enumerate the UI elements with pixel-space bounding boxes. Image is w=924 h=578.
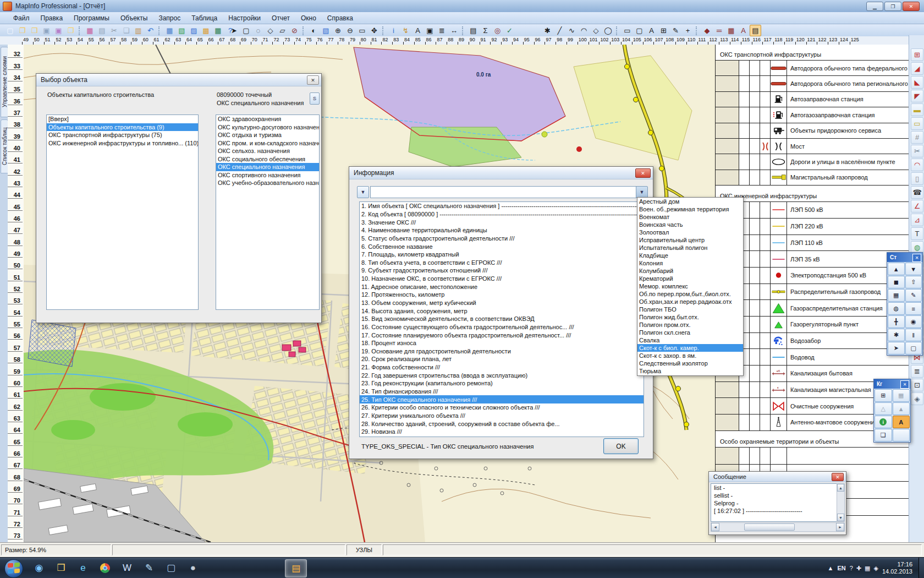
boundary-select-icon[interactable]: ▱	[277, 25, 288, 36]
menu-item[interactable]: Файл	[8, 13, 35, 23]
list-item[interactable]: 28. Количество зданий, строений, сооруже…	[360, 419, 644, 428]
st-palette-icon[interactable]: ✱	[888, 329, 905, 341]
tray-help-icon[interactable]: ?	[850, 565, 853, 572]
marquee-select-icon[interactable]: ▢	[240, 25, 252, 36]
ruler-tool-icon[interactable]: ↔	[448, 25, 460, 36]
list-item[interactable]: Мемор. комплекс	[637, 282, 743, 290]
ok-button[interactable]: OK	[603, 438, 639, 454]
kr-palette-titlebar[interactable]: Кг ✕	[874, 379, 910, 389]
list-item[interactable]: 2. Код объекта [ 08090000 ] ------------…	[360, 210, 644, 219]
start-button[interactable]	[4, 559, 23, 578]
taskbar-app-misc[interactable]: ●	[183, 559, 204, 576]
reshape-icon[interactable]: ✎	[670, 25, 681, 36]
layer-control-icon[interactable]: ≣	[436, 25, 448, 36]
list-item[interactable]: Полигон ТБО	[637, 306, 743, 313]
phone-tool-icon[interactable]: ☎	[911, 186, 923, 199]
list-item[interactable]: 21. Форма собственности ///	[360, 363, 644, 372]
diamond-tool-icon[interactable]: ◈	[911, 392, 923, 405]
menu-item[interactable]: Отчет	[266, 13, 295, 23]
list-item[interactable]: 5. Статус объекта градостроительной деят…	[360, 235, 644, 243]
minimize-button[interactable]: ▁	[866, 2, 883, 11]
select-dialog-close-icon[interactable]: ✕	[307, 75, 319, 85]
side-s-button[interactable]: S	[310, 92, 320, 105]
menu-item[interactable]: Программы	[68, 13, 115, 23]
list-item[interactable]: 26. Критерии особо опасного и технически…	[360, 403, 644, 412]
unselect-all-icon[interactable]: ⊘	[289, 25, 300, 36]
close-button[interactable]: ✕	[903, 2, 920, 11]
info-dialog-close-icon[interactable]: ✕	[635, 168, 651, 178]
st-palette-icon[interactable]: ➤	[888, 342, 905, 355]
region-style-icon[interactable]: ▦	[725, 25, 737, 36]
add-node-icon[interactable]: +	[682, 25, 694, 36]
list-item[interactable]: Следственный изолятор	[637, 359, 743, 367]
grid-tool-icon[interactable]: #	[911, 131, 923, 144]
list-item[interactable]: ОКС социального обеспечения	[216, 155, 319, 163]
st-palette-icon[interactable]: ‖	[905, 329, 922, 341]
message-hscrollbar[interactable]: ◄ ►	[711, 522, 845, 532]
menu-item[interactable]: Окно	[295, 13, 322, 23]
field-combo-text[interactable]	[370, 186, 636, 198]
rect-tool-icon[interactable]: ▭	[911, 117, 923, 130]
list-item[interactable]: 17. Состояние планируемого объекта градо…	[360, 331, 644, 339]
field-value-dropdown[interactable]: Арестный домВоен. об.,режимная территори…	[637, 197, 744, 376]
set-target-icon[interactable]: ◎	[492, 25, 503, 36]
list-item[interactable]: Колумбарий	[637, 267, 743, 275]
message-vscrollbar[interactable]: ▲ ▼	[837, 483, 845, 522]
taskbar-app-mapinfo[interactable]: ▤	[285, 559, 307, 577]
list-item[interactable]: Золоотвал	[637, 228, 743, 236]
frame-tool-icon[interactable]: ⊞	[911, 48, 923, 61]
kr-palette-icon[interactable]: i	[875, 416, 892, 428]
list-item[interactable]: 6. Собственное название	[360, 242, 644, 250]
print-icon[interactable]: ▤	[96, 25, 108, 36]
attributes-listbox[interactable]: 1. Имя объекта [ ОКС специального назнач…	[359, 201, 644, 437]
language-indicator[interactable]: EN	[837, 565, 845, 571]
field-combo-left-icon[interactable]: ▼	[357, 186, 369, 198]
st-palette-icon[interactable]: ≡	[905, 302, 922, 315]
kr-palette-icon[interactable]: ⊞	[875, 389, 892, 402]
types-listbox[interactable]: ОКС здравоохраненияОКС культурно-досугов…	[216, 114, 320, 310]
text-style-icon[interactable]: A	[738, 25, 749, 36]
list-item[interactable]: ОКС транспортной инфраструктуры (75)	[47, 131, 198, 139]
field-combo-dropdown-icon[interactable]: ▼	[636, 186, 648, 198]
rectangle-tool-icon[interactable]: ▭	[622, 25, 633, 36]
list-item[interactable]: Арестный дом	[637, 198, 743, 205]
text-tool-icon[interactable]: A	[646, 25, 657, 36]
list-item[interactable]: Воен. об.,режимная территория	[637, 205, 743, 213]
list-item[interactable]: Об.по перер.пром,быт.,биол.отх.	[637, 290, 743, 298]
list-item[interactable]: Исправительный центр	[637, 236, 743, 244]
legend-tool-icon[interactable]: ▤	[468, 25, 479, 36]
list-item[interactable]: 18. Процент износа	[360, 339, 644, 347]
tray-network-icon[interactable]: ▦	[865, 565, 870, 572]
list-item[interactable]: 8. Тип объекта учета, в соответствии с Е…	[360, 258, 644, 266]
list-item[interactable]: 15. Вид экономической деятельности, в со…	[360, 315, 644, 323]
menu-item[interactable]: Запрос	[153, 13, 186, 23]
list-item[interactable]: ОКС культурно-досугового назначения	[216, 123, 319, 132]
list-item[interactable]: Полигон жид.быт.отх.	[637, 313, 743, 321]
st-palette-icon[interactable]: ▼	[905, 263, 922, 275]
list-item[interactable]: 20. Срок реализации плана, лет	[360, 355, 644, 363]
new-redistricter-icon[interactable]: ▦	[212, 25, 224, 36]
assign-data-icon[interactable]: ✓	[504, 25, 515, 36]
list-item[interactable]: ОКС специального назначения	[216, 163, 319, 171]
list-item[interactable]: Объекты капитального строительства (9)	[47, 123, 198, 132]
change-view-icon[interactable]: ▭	[356, 25, 368, 36]
triangle-tool-icon[interactable]: ⊿	[911, 214, 923, 226]
cut-icon[interactable]: ✂	[108, 25, 120, 36]
taskbar-app-media[interactable]: ◉	[29, 559, 50, 576]
list-item[interactable]: 22. Год завершения строительства (ввода …	[360, 371, 644, 379]
statistics-icon[interactable]: Σ	[480, 25, 491, 36]
list-item[interactable]: Полигон скл.снега	[637, 329, 743, 336]
taskbar-clock[interactable]: 17:16 14.02.2013	[882, 561, 912, 575]
tray-volume-icon[interactable]: ◈	[873, 565, 878, 572]
zoom-out-icon[interactable]: ⊖	[344, 25, 356, 36]
restore-button[interactable]: ❐	[884, 2, 901, 11]
radius-select-icon[interactable]: ◌	[252, 25, 264, 36]
new-layout-icon[interactable]: ▩	[200, 25, 212, 36]
list-item[interactable]: Крематорий	[637, 275, 743, 282]
kr-palette-icon[interactable]	[893, 429, 910, 441]
nodes-mode-button[interactable]: УЗЛЫ	[346, 544, 382, 555]
select-object-dialog-titlebar[interactable]: Выбор объекта ✕	[36, 74, 321, 86]
tray-shield-icon[interactable]: ✚	[856, 565, 861, 572]
st-palette-icon[interactable]: ✎	[905, 289, 922, 302]
kr-palette-close-icon[interactable]: ✕	[900, 380, 909, 389]
